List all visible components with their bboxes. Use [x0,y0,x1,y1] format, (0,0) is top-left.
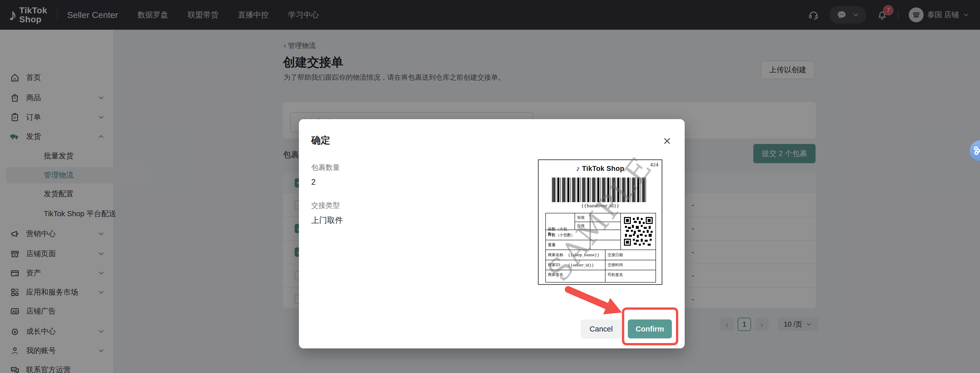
barcode-caption: {{handover_id}} [539,203,662,208]
handover-date-cell: 交接日期 [605,250,655,260]
pieces-cell: 件数（小包数） [546,230,590,240]
close-icon[interactable]: ✕ [663,136,671,146]
handover-type-label: 交接类型 [311,201,340,210]
annotation-highlight-box [622,308,678,345]
qr-code [624,217,653,245]
handover-time-cell: 交接时间 [605,260,655,270]
shop-sign-cell: 商家签名 [546,270,605,282]
label-grid: 袋数（大包数） 实收 应收 件数（小包数） 重量 [545,213,656,282]
barcode [552,177,647,202]
package-count-label: 包裹数量 [311,163,340,172]
modal-title: 确定 [311,134,330,147]
seller-id-value: {{seller_id}} [568,263,594,268]
shipping-label-preview: 424 ♪ TikTok Shop {{handover_id}} 袋数（大包数… [538,159,662,285]
cancel-button[interactable]: Cancel [581,319,622,338]
package-count-value: 2 [311,177,315,187]
expected-cell: 应收 [574,222,590,230]
ribbon-icon [972,145,980,156]
received-cell: 实收 [574,214,590,222]
qr-cell [620,214,655,250]
driver-sign-cell: 司机签名 [605,270,655,282]
handover-type-value: 上门取件 [311,215,343,226]
app-root: ♪ TikTok Shop Seller Center 数据罗盘 联盟带货 直播… [0,0,980,373]
shop-name-value: {{shop_name}} [568,253,599,257]
weight-cell: 重量 [546,240,590,250]
shop-name-label: 商家名称 [548,253,563,257]
label-brand: ♪ TikTok Shop [539,164,662,173]
seller-id-label: 商家ID [548,263,560,268]
tiktok-note-icon: ♪ [576,164,582,172]
